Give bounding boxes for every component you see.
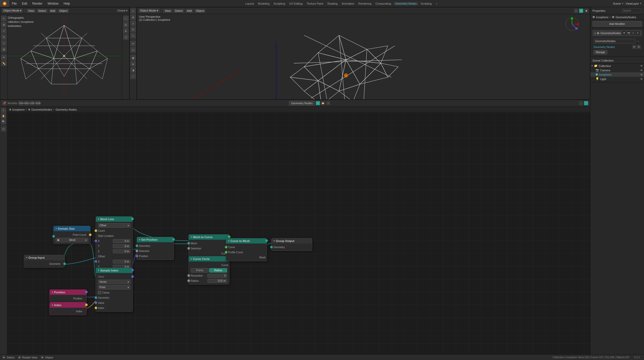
render-preview-icon[interactable]: ● [123, 28, 129, 34]
view-3d-icon[interactable]: ⬚ [123, 16, 129, 21]
sample-index-type1-dropdown[interactable]: Vector ▾ [98, 280, 130, 284]
layout-tab[interactable]: Layout [244, 2, 255, 5]
add-workspace-btn[interactable]: + [434, 2, 439, 5]
mesh-line-mode-dropdown[interactable]: Offset ▾ [98, 223, 130, 228]
select-box-icon[interactable]: ↖ [130, 8, 136, 14]
compositing-tab[interactable]: Compositing [374, 2, 393, 5]
annotate-tool-icon[interactable]: ✏ [1, 54, 7, 60]
ne-nodetree-selector[interactable]: Geometry Nodes [289, 101, 315, 105]
ne-node-btn[interactable]: Node [36, 101, 40, 105]
node-domain-size[interactable]: ▾ Domain Size Point Count ⬟ Mesh ▾ [53, 226, 90, 244]
rpanel-bc-geonodes[interactable]: GeometryNodes [616, 16, 636, 19]
collection-item[interactable]: ▾ 📁 Collection 👁 [590, 64, 644, 68]
cursor-tool-icon[interactable]: ⊕ [1, 22, 7, 27]
scripting-tab[interactable]: Scripting [419, 2, 433, 5]
rpanel-search[interactable] [621, 8, 642, 13]
ne-view-btn[interactable]: View [19, 101, 23, 105]
geonode-edit-icon[interactable]: ✏ [632, 45, 636, 49]
scene-dropdown[interactable]: ▾ [622, 2, 623, 5]
camera-item[interactable]: 📷 Camera 👁 [590, 68, 644, 72]
ne-side-zoom-icon[interactable]: 🔍 [1, 119, 6, 124]
uv-editing-tab[interactable]: UV Editing [288, 2, 304, 5]
curve-circle-rad-field[interactable]: 0.01 m [207, 279, 227, 283]
edit-menu[interactable]: Edit [19, 0, 30, 7]
shading-mat-icon[interactable]: ◑ [130, 67, 136, 73]
node-position[interactable]: ▾ Position Position [49, 289, 87, 302]
render-menu[interactable]: Render [30, 0, 45, 7]
modifier-realtime-icon[interactable]: 👁 [622, 31, 626, 35]
light-eye-icon[interactable]: 👁 [640, 77, 643, 81]
ne-side-select-icon[interactable]: ↖ [1, 108, 6, 113]
rotate-tool-icon[interactable]: ↻ [1, 34, 7, 40]
texture-paint-tab[interactable]: Texture Paint [305, 2, 325, 5]
mesh-line-x1-field[interactable]: 0 m [113, 239, 131, 243]
camera-eye-icon[interactable]: 👁 [640, 69, 643, 72]
move-icon[interactable]: ⤢ [130, 21, 136, 26]
mesh-line-y1-field[interactable]: 0 m [113, 244, 131, 248]
ne-bc-icosphere[interactable]: Icosphere [12, 108, 25, 111]
mesh-line-x2-field[interactable]: 0 m [113, 260, 131, 264]
geonode-label-link[interactable]: Geometry Nodes [593, 45, 615, 48]
geonode-open-btn[interactable]: → [635, 38, 641, 44]
blender-menu[interactable] [0, 0, 9, 7]
view-layer-dropdown[interactable]: ▾ [640, 2, 641, 5]
ne-snap-icon[interactable] [579, 101, 583, 105]
scale-tool-icon[interactable]: ⤡ [1, 40, 7, 46]
file-menu[interactable]: File [9, 0, 19, 7]
modifier-delete-icon[interactable]: ✕ [636, 31, 640, 35]
sample-index-clamp-checkbox[interactable] [98, 291, 101, 294]
ne-open-btn[interactable]: 📂 [321, 101, 325, 105]
shading-wire-icon[interactable]: ◉ [130, 55, 136, 61]
ne-side-pan-icon[interactable]: ✋ [1, 113, 6, 119]
node-set-position[interactable]: ▾ Set Position Geometry Selection Positi… [137, 237, 174, 260]
modeling-tab[interactable]: Modeling [256, 2, 271, 5]
mesh-line-z1-field[interactable]: 0 m [113, 249, 131, 253]
sample-index-type2-dropdown[interactable]: Point ▾ [98, 285, 130, 289]
node-curve-to-mesh[interactable]: ▾ Curve to Mesh Curve Profile Curve Mesh [226, 238, 267, 261]
icosphere-item[interactable]: ⬟ Icosphere 👁 [590, 72, 644, 77]
rendering-tab[interactable]: Rendering [357, 2, 373, 5]
ne-new-btn[interactable]: + [316, 101, 320, 105]
collection-eye-icon[interactable]: 👁 [640, 64, 643, 67]
camera-persp-icon[interactable]: ◎ [123, 22, 129, 27]
rotate-icon[interactable]: ↻ [130, 27, 136, 32]
transform-tool-icon[interactable]: ⊞ [1, 46, 7, 52]
shading-solid-icon[interactable]: ● [130, 61, 136, 67]
curve-circle-radius-btn[interactable]: Radius [209, 268, 227, 273]
modifier-move-icon[interactable]: ⬡ [631, 31, 635, 35]
ne-delete-btn[interactable]: ✕ [326, 101, 330, 105]
node-mesh-line[interactable]: ▾ Mesh Line Offset ▾ Count Start Locatio… [96, 216, 133, 276]
geonode-delete2-icon[interactable]: ✕ [637, 45, 641, 49]
modifier-collapse-icon[interactable]: ▾ [595, 32, 596, 35]
window-menu[interactable]: Window [45, 0, 61, 7]
help-menu[interactable]: Help [61, 0, 73, 7]
node-index[interactable]: ▾ Index Index [49, 302, 87, 315]
icosphere-eye-icon[interactable]: 👁 [640, 73, 643, 76]
select-tool-icon[interactable]: ↖ [1, 16, 7, 21]
shading-render-icon[interactable]: ○ [130, 73, 136, 79]
measure-icon[interactable]: ◻ [130, 47, 136, 53]
shading-tab[interactable]: Shading [326, 2, 339, 5]
cursor-icon[interactable]: ⊕ [130, 14, 136, 20]
curve-circle-points-btn[interactable]: Points [191, 268, 209, 273]
manage-btn[interactable]: Manage [593, 50, 607, 54]
scale-icon[interactable]: ⤡ [130, 33, 136, 38]
ne-active-icon[interactable] [584, 101, 588, 105]
measure-tool-icon[interactable]: 📏 [1, 61, 7, 66]
rpanel-bc-icosphere[interactable]: Icosphere [596, 16, 608, 19]
node-curve-circle[interactable]: ▾ Curve Circle Curve Points Radius Resol… [188, 256, 229, 285]
domain-size-mesh-dropdown[interactable]: ⬟ Mesh ▾ [56, 238, 88, 242]
gizmo-widget[interactable]: X Y Z [564, 16, 580, 32]
node-mesh-to-curve[interactable]: ▾ Mesh to Curve Mesh Selection Curve [188, 234, 229, 257]
annotate-icon[interactable]: ✏ [130, 41, 136, 46]
move-tool-icon[interactable]: ⤢ [1, 28, 7, 34]
curve-circle-res-field[interactable]: 3 [207, 274, 227, 278]
add-modifier-btn[interactable]: Add Modifier [592, 21, 642, 27]
modifier-render-icon[interactable]: 📷 [627, 31, 631, 35]
wireframe-icon[interactable]: ◻ [123, 34, 129, 40]
geonode-name-field[interactable]: GeometryNodes [593, 39, 635, 43]
ne-side-annotate-icon[interactable]: ✏ [1, 127, 6, 132]
node-sample-index[interactable]: ▾ Sample Index Value Vector ▾ Point ▾ [96, 268, 133, 312]
ne-select-btn[interactable]: Select [24, 101, 29, 105]
geometry-nodes-tab[interactable]: Geometry Nodes [394, 2, 418, 5]
